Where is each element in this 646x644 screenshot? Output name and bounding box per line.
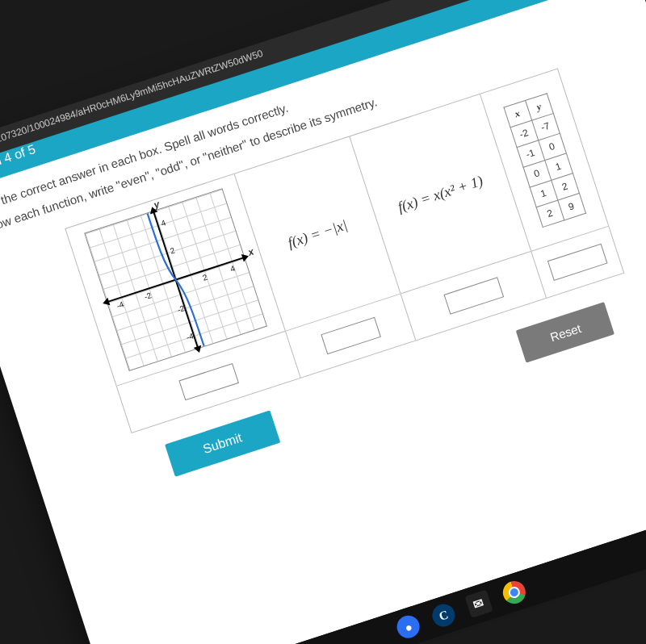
answer-input-3[interactable]: [443, 278, 504, 315]
tick-x-neg4: -4: [115, 299, 125, 310]
zoom-glyph: ●: [403, 619, 414, 634]
tick-x-neg2: -2: [143, 291, 153, 301]
tick-x-4: 4: [229, 264, 237, 274]
answer-input-2[interactable]: [321, 317, 381, 354]
answer-input-1[interactable]: [178, 363, 239, 400]
answer-input-4[interactable]: [547, 244, 608, 281]
c-glyph: C: [438, 608, 451, 624]
submit-button[interactable]: Submit: [165, 410, 281, 477]
tick-x-2: 2: [201, 273, 208, 282]
tick-y-4: 4: [160, 218, 167, 228]
mail-glyph: ✉: [472, 596, 486, 613]
c-app-icon[interactable]: C: [430, 601, 458, 629]
tick-y-2: 2: [169, 246, 176, 256]
chrome-icon[interactable]: [500, 578, 528, 606]
zoom-icon[interactable]: ●: [394, 613, 422, 641]
formula-abs: f(x) = −|x|: [286, 216, 350, 252]
content-area: Type the correct answer in each box. Spe…: [0, 0, 646, 532]
reset-button[interactable]: Reset: [516, 302, 615, 363]
mail-icon[interactable]: ✉: [464, 590, 493, 618]
cartesian-graph: y x -4 -2 2 4 2 4 -2 -4: [84, 188, 267, 371]
taskbar: ● C ✉: [110, 479, 646, 644]
y-axis: [153, 211, 199, 349]
app-screen: ce/launch/49107320/100024984/aHR0cHM6Ly9…: [0, 0, 646, 644]
formula-poly: f(x) = x(x² + 1): [396, 172, 485, 215]
